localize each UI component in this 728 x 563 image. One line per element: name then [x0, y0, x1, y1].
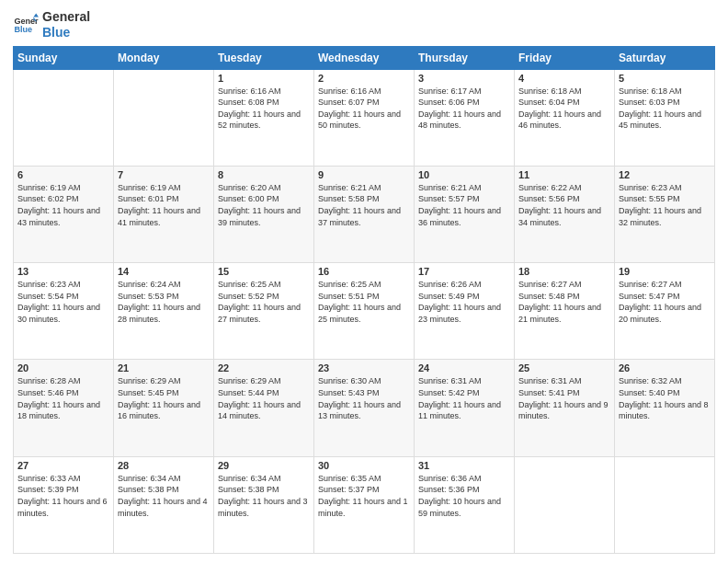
cell-info: Sunrise: 6:29 AMSunset: 5:45 PMDaylight:… — [118, 375, 210, 421]
cell-info: Sunrise: 6:26 AMSunset: 5:49 PMDaylight:… — [418, 279, 510, 325]
svg-text:General: General — [14, 16, 39, 25]
col-header-monday: Monday — [114, 46, 214, 69]
week-row-5: 27Sunrise: 6:33 AMSunset: 5:39 PMDayligh… — [14, 456, 715, 553]
calendar-cell — [515, 456, 615, 553]
day-number: 5 — [619, 73, 711, 84]
calendar-cell: 11Sunrise: 6:22 AMSunset: 5:56 PMDayligh… — [515, 166, 615, 262]
day-number: 18 — [518, 266, 610, 277]
calendar-cell: 3Sunrise: 6:17 AMSunset: 6:06 PMDaylight… — [415, 69, 515, 166]
day-number: 9 — [318, 169, 410, 180]
calendar-cell: 30Sunrise: 6:35 AMSunset: 5:37 PMDayligh… — [314, 456, 415, 553]
cell-info: Sunrise: 6:21 AMSunset: 5:58 PMDaylight:… — [318, 182, 410, 228]
cell-info: Sunrise: 6:31 AMSunset: 5:41 PMDaylight:… — [518, 375, 610, 421]
calendar-cell: 21Sunrise: 6:29 AMSunset: 5:45 PMDayligh… — [114, 360, 214, 456]
svg-marker-2 — [33, 13, 39, 17]
calendar-cell — [14, 69, 114, 166]
day-number: 15 — [218, 266, 310, 277]
cell-info: Sunrise: 6:18 AMSunset: 6:03 PMDaylight:… — [619, 86, 711, 132]
header: General Blue General Blue — [13, 9, 715, 40]
week-row-4: 20Sunrise: 6:28 AMSunset: 5:46 PMDayligh… — [14, 360, 715, 456]
day-number: 20 — [17, 362, 109, 373]
calendar-cell: 23Sunrise: 6:30 AMSunset: 5:43 PMDayligh… — [314, 360, 415, 456]
calendar-cell: 20Sunrise: 6:28 AMSunset: 5:46 PMDayligh… — [14, 360, 114, 456]
calendar-cell: 24Sunrise: 6:31 AMSunset: 5:42 PMDayligh… — [415, 360, 515, 456]
cell-info: Sunrise: 6:23 AMSunset: 5:54 PMDaylight:… — [17, 279, 109, 325]
cell-info: Sunrise: 6:25 AMSunset: 5:52 PMDaylight:… — [218, 279, 310, 325]
calendar-cell: 2Sunrise: 6:16 AMSunset: 6:07 PMDaylight… — [314, 69, 415, 166]
svg-text:Blue: Blue — [14, 25, 32, 34]
col-header-wednesday: Wednesday — [314, 46, 415, 69]
calendar-cell: 19Sunrise: 6:27 AMSunset: 5:47 PMDayligh… — [615, 263, 715, 360]
cell-info: Sunrise: 6:20 AMSunset: 6:00 PMDaylight:… — [218, 182, 310, 228]
cell-info: Sunrise: 6:18 AMSunset: 6:04 PMDaylight:… — [518, 86, 610, 132]
day-number: 16 — [318, 266, 410, 277]
day-number: 8 — [218, 169, 310, 180]
calendar-header-row: SundayMondayTuesdayWednesdayThursdayFrid… — [14, 46, 715, 69]
cell-info: Sunrise: 6:22 AMSunset: 5:56 PMDaylight:… — [518, 182, 610, 228]
cell-info: Sunrise: 6:27 AMSunset: 5:47 PMDaylight:… — [619, 279, 711, 325]
cell-info: Sunrise: 6:35 AMSunset: 5:37 PMDaylight:… — [318, 473, 410, 519]
cell-info: Sunrise: 6:31 AMSunset: 5:42 PMDaylight:… — [418, 375, 510, 421]
calendar-cell: 13Sunrise: 6:23 AMSunset: 5:54 PMDayligh… — [14, 263, 114, 360]
day-number: 31 — [418, 460, 510, 471]
calendar-cell — [615, 456, 715, 553]
day-number: 29 — [218, 460, 310, 471]
cell-info: Sunrise: 6:24 AMSunset: 5:53 PMDaylight:… — [118, 279, 210, 325]
calendar-cell: 7Sunrise: 6:19 AMSunset: 6:01 PMDaylight… — [114, 166, 214, 262]
calendar-cell: 18Sunrise: 6:27 AMSunset: 5:48 PMDayligh… — [515, 263, 615, 360]
cell-info: Sunrise: 6:19 AMSunset: 6:02 PMDaylight:… — [17, 182, 109, 228]
col-header-tuesday: Tuesday — [214, 46, 314, 69]
calendar-cell: 22Sunrise: 6:29 AMSunset: 5:44 PMDayligh… — [214, 360, 314, 456]
day-number: 21 — [118, 362, 210, 373]
calendar-cell: 26Sunrise: 6:32 AMSunset: 5:40 PMDayligh… — [615, 360, 715, 456]
cell-info: Sunrise: 6:23 AMSunset: 5:55 PMDaylight:… — [619, 182, 711, 228]
logo: General Blue General Blue — [13, 9, 90, 40]
day-number: 7 — [118, 169, 210, 180]
cell-info: Sunrise: 6:36 AMSunset: 5:36 PMDaylight:… — [418, 473, 510, 519]
calendar-cell: 10Sunrise: 6:21 AMSunset: 5:57 PMDayligh… — [415, 166, 515, 262]
cell-info: Sunrise: 6:33 AMSunset: 5:39 PMDaylight:… — [17, 473, 109, 519]
calendar-cell: 15Sunrise: 6:25 AMSunset: 5:52 PMDayligh… — [214, 263, 314, 360]
cell-info: Sunrise: 6:25 AMSunset: 5:51 PMDaylight:… — [318, 279, 410, 325]
week-row-1: 1Sunrise: 6:16 AMSunset: 6:08 PMDaylight… — [14, 69, 715, 166]
day-number: 10 — [418, 169, 510, 180]
day-number: 2 — [318, 73, 410, 84]
day-number: 24 — [418, 362, 510, 373]
week-row-2: 6Sunrise: 6:19 AMSunset: 6:02 PMDaylight… — [14, 166, 715, 262]
cell-info: Sunrise: 6:29 AMSunset: 5:44 PMDaylight:… — [218, 375, 310, 421]
calendar-cell: 16Sunrise: 6:25 AMSunset: 5:51 PMDayligh… — [314, 263, 415, 360]
cell-info: Sunrise: 6:32 AMSunset: 5:40 PMDaylight:… — [619, 375, 711, 421]
col-header-thursday: Thursday — [415, 46, 515, 69]
calendar-cell: 27Sunrise: 6:33 AMSunset: 5:39 PMDayligh… — [14, 456, 114, 553]
day-number: 25 — [518, 362, 610, 373]
cell-info: Sunrise: 6:19 AMSunset: 6:01 PMDaylight:… — [118, 182, 210, 228]
col-header-saturday: Saturday — [615, 46, 715, 69]
cell-info: Sunrise: 6:16 AMSunset: 6:07 PMDaylight:… — [318, 86, 410, 132]
day-number: 26 — [619, 362, 711, 373]
calendar-cell: 6Sunrise: 6:19 AMSunset: 6:02 PMDaylight… — [14, 166, 114, 262]
logo-blue: Blue — [42, 25, 90, 40]
day-number: 12 — [619, 169, 711, 180]
col-header-friday: Friday — [515, 46, 615, 69]
cell-info: Sunrise: 6:34 AMSunset: 5:38 PMDaylight:… — [218, 473, 310, 519]
day-number: 14 — [118, 266, 210, 277]
calendar: SundayMondayTuesdayWednesdayThursdayFrid… — [13, 46, 715, 554]
cell-info: Sunrise: 6:17 AMSunset: 6:06 PMDaylight:… — [418, 86, 510, 132]
logo-general: General — [42, 9, 90, 25]
cell-info: Sunrise: 6:28 AMSunset: 5:46 PMDaylight:… — [17, 375, 109, 421]
calendar-cell: 14Sunrise: 6:24 AMSunset: 5:53 PMDayligh… — [114, 263, 214, 360]
calendar-cell: 4Sunrise: 6:18 AMSunset: 6:04 PMDaylight… — [515, 69, 615, 166]
calendar-cell: 9Sunrise: 6:21 AMSunset: 5:58 PMDaylight… — [314, 166, 415, 262]
calendar-cell: 29Sunrise: 6:34 AMSunset: 5:38 PMDayligh… — [214, 456, 314, 553]
cell-info: Sunrise: 6:21 AMSunset: 5:57 PMDaylight:… — [418, 182, 510, 228]
cell-info: Sunrise: 6:30 AMSunset: 5:43 PMDaylight:… — [318, 375, 410, 421]
calendar-cell: 28Sunrise: 6:34 AMSunset: 5:38 PMDayligh… — [114, 456, 214, 553]
cell-info: Sunrise: 6:16 AMSunset: 6:08 PMDaylight:… — [218, 86, 310, 132]
cell-info: Sunrise: 6:34 AMSunset: 5:38 PMDaylight:… — [118, 473, 210, 519]
day-number: 6 — [17, 169, 109, 180]
calendar-cell: 25Sunrise: 6:31 AMSunset: 5:41 PMDayligh… — [515, 360, 615, 456]
day-number: 30 — [318, 460, 410, 471]
calendar-cell: 17Sunrise: 6:26 AMSunset: 5:49 PMDayligh… — [415, 263, 515, 360]
day-number: 17 — [418, 266, 510, 277]
cell-info: Sunrise: 6:27 AMSunset: 5:48 PMDaylight:… — [518, 279, 610, 325]
